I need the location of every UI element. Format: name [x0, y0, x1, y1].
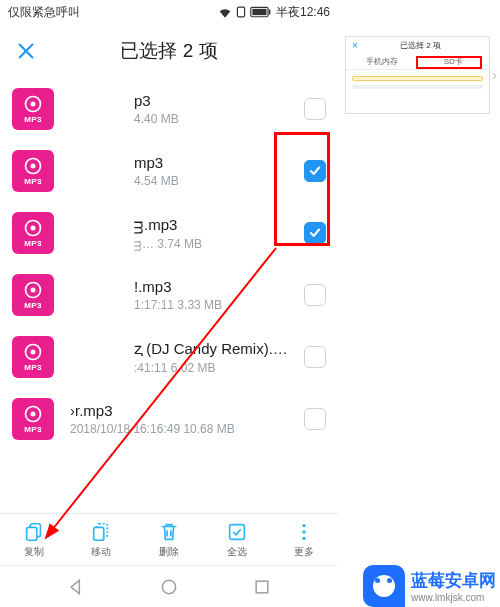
svg-point-13	[31, 350, 36, 355]
file-row[interactable]: MP3 mp3 4.54 MB	[0, 140, 338, 202]
inset-tab-phone: 手机内存	[346, 54, 418, 69]
action-label: 删除	[159, 545, 179, 559]
chevron-right-icon: ›	[492, 67, 497, 83]
battery-icon	[250, 6, 272, 18]
svg-rect-2	[252, 9, 266, 15]
file-name: p3	[134, 92, 294, 109]
status-time: 半夜12:46	[276, 4, 330, 21]
file-icon-label: MP3	[24, 425, 41, 434]
more-button[interactable]: 更多	[270, 514, 338, 565]
copy-button[interactable]: 复制	[0, 514, 68, 565]
watermark-logo-icon	[363, 565, 405, 607]
action-label: 复制	[24, 545, 44, 559]
status-bar: 仅限紧急呼叫 半夜12:46	[0, 0, 338, 24]
svg-rect-0	[237, 7, 244, 17]
file-icon-label: MP3	[24, 363, 41, 372]
file-checkbox[interactable]	[304, 160, 326, 182]
phone-frame: 仅限紧急呼叫 半夜12:46 已选择 2 项 MP3	[0, 0, 338, 607]
file-name: !.mp3	[134, 278, 294, 295]
file-checkbox[interactable]	[304, 222, 326, 244]
file-checkbox[interactable]	[304, 346, 326, 368]
svg-point-24	[162, 580, 175, 593]
file-meta: 4.40 MB	[134, 112, 294, 126]
move-button[interactable]: 移动	[68, 514, 136, 565]
file-meta: 4.54 MB	[134, 174, 294, 188]
sim-icon	[236, 6, 246, 18]
action-label: 移动	[91, 545, 111, 559]
status-emergency-text: 仅限紧急呼叫	[8, 4, 80, 21]
file-row[interactable]: MP3 !.mp3 1:17:11 3.33 MB	[0, 264, 338, 326]
svg-point-11	[31, 288, 36, 293]
mp3-file-icon: MP3	[12, 88, 54, 130]
file-name: ›r.mp3	[70, 402, 294, 419]
svg-rect-19	[94, 527, 104, 540]
inset-screenshot: × 已选择 2 项 手机内存 SD卡 ›	[345, 36, 490, 114]
file-row[interactable]: MP3 p3 4.40 MB	[0, 78, 338, 140]
svg-point-5	[31, 102, 36, 107]
inset-title: 已选择 2 项	[358, 40, 483, 51]
action-bar: 复制 移动 删除 全选 更多	[0, 513, 338, 565]
file-checkbox[interactable]	[304, 284, 326, 306]
file-icon-label: MP3	[24, 115, 41, 124]
annotation-red-box-sdcard-tab	[416, 56, 482, 69]
file-row[interactable]: MP3 ᴟ.mp3 ᴟ… 3.74 MB	[0, 202, 338, 264]
file-row[interactable]: MP3 ›r.mp3 2018/10/18 16:16:49 10.68 MB	[0, 388, 338, 450]
file-icon-label: MP3	[24, 301, 41, 310]
file-name: ᴟ.mp3	[134, 216, 294, 234]
watermark-url: www.lmkjsk.com	[411, 592, 496, 603]
nav-home-button[interactable]	[156, 574, 182, 600]
file-name: mp3	[134, 154, 294, 171]
file-meta: :41:11 6.02 MB	[134, 361, 294, 375]
mp3-file-icon: MP3	[12, 150, 54, 192]
select-all-button[interactable]: 全选	[203, 514, 271, 565]
svg-point-21	[303, 523, 306, 526]
action-label: 全选	[227, 545, 247, 559]
delete-button[interactable]: 删除	[135, 514, 203, 565]
file-meta: ᴟ… 3.74 MB	[134, 237, 294, 251]
nav-recent-button[interactable]	[249, 574, 275, 600]
svg-rect-25	[256, 581, 268, 593]
android-nav-bar	[0, 565, 338, 607]
svg-point-7	[31, 164, 36, 169]
page-title: 已选择 2 项	[14, 38, 324, 64]
wifi-icon	[218, 6, 232, 18]
watermark-title: 蓝莓安卓网	[411, 569, 496, 592]
mp3-file-icon: MP3	[12, 336, 54, 378]
file-meta: 1:17:11 3.33 MB	[134, 298, 294, 312]
svg-point-15	[31, 412, 36, 417]
svg-rect-3	[269, 10, 271, 15]
inset-row	[352, 76, 483, 81]
svg-rect-17	[26, 527, 36, 540]
svg-point-22	[303, 530, 306, 533]
title-bar: 已选择 2 项	[0, 24, 338, 78]
file-checkbox[interactable]	[304, 98, 326, 120]
file-meta: 2018/10/18 16:16:49 10.68 MB	[70, 422, 294, 436]
file-icon-label: MP3	[24, 239, 41, 248]
mp3-file-icon: MP3	[12, 212, 54, 254]
file-list: MP3 p3 4.40 MB MP3 mp3 4.54 MB	[0, 78, 338, 450]
svg-rect-20	[229, 524, 244, 539]
file-row[interactable]: MP3 ⱬ (DJ Candy Remix).m… :41:11 6.02 MB	[0, 326, 338, 388]
watermark: 蓝莓安卓网 www.lmkjsk.com	[363, 565, 496, 607]
mp3-file-icon: MP3	[12, 398, 54, 440]
svg-point-23	[303, 536, 306, 539]
svg-point-9	[31, 226, 36, 231]
file-icon-label: MP3	[24, 177, 41, 186]
action-label: 更多	[294, 545, 314, 559]
inset-row	[352, 85, 483, 89]
file-checkbox[interactable]	[304, 408, 326, 430]
file-name: ⱬ (DJ Candy Remix).m…	[134, 340, 294, 358]
mp3-file-icon: MP3	[12, 274, 54, 316]
nav-back-button[interactable]	[63, 574, 89, 600]
